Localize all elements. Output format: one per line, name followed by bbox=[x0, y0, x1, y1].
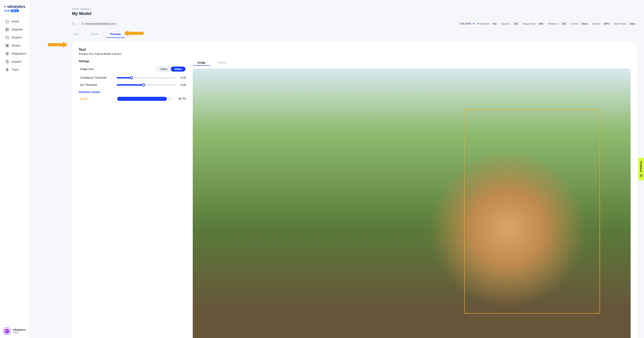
breadcrumb: Home > Models > bbox=[72, 8, 637, 10]
iou-label: IoU Threshold bbox=[79, 84, 114, 86]
user-icon bbox=[82, 22, 84, 25]
svg-point-6 bbox=[634, 12, 635, 13]
trash-icon bbox=[5, 68, 9, 72]
nav-label: Datasets bbox=[12, 28, 22, 31]
meta-row: developer@ultralytics.com YOLOv8n Pretra… bbox=[72, 22, 637, 26]
preview-image[interactable] bbox=[193, 69, 630, 338]
avatar bbox=[3, 327, 11, 335]
home-icon bbox=[5, 20, 9, 23]
conf-value: 0.25 bbox=[178, 76, 186, 79]
nav-support[interactable]: Support bbox=[0, 58, 29, 66]
hub-text: HUB bbox=[4, 10, 10, 12]
crumb-models[interactable]: Models bbox=[82, 8, 89, 10]
svg-point-8 bbox=[634, 13, 635, 14]
feedback-label: Feedback bbox=[640, 161, 642, 172]
main-content: Home > Models > My Model developer@ultra… bbox=[30, 0, 644, 338]
test-subtitle: Preview Your Trained Model in Action bbox=[79, 52, 630, 55]
svg-point-7 bbox=[634, 13, 635, 13]
page-title: My Model bbox=[72, 11, 92, 16]
owner-email: developer@ultralytics.com bbox=[85, 22, 116, 25]
iou-value: 0.45 bbox=[178, 84, 186, 86]
model-name: YOLOv8n bbox=[459, 22, 474, 25]
patience-label: Patience bbox=[548, 22, 558, 25]
imgsize-setting-label: Image Size bbox=[79, 68, 114, 71]
svg-point-17 bbox=[641, 176, 642, 176]
svg-point-5 bbox=[7, 62, 8, 62]
epochs-value: 100 bbox=[511, 22, 520, 26]
conf-label: Confidence Threshold bbox=[79, 76, 114, 79]
tab-charts[interactable]: Charts bbox=[90, 31, 99, 38]
sidebar-footer[interactable]: Ultralytics FREE bbox=[0, 327, 29, 335]
nav-label: Home bbox=[12, 20, 19, 23]
imgsize-opt-320[interactable]: 320px bbox=[157, 66, 171, 72]
model-tabs: Train Charts Preview bbox=[72, 31, 637, 38]
imgsize-label: Image Size bbox=[522, 22, 536, 25]
annotation-arrow-icon bbox=[48, 43, 67, 46]
nav-list: Home Datasets Projects Models Integratio… bbox=[0, 18, 29, 74]
tab-train[interactable]: Train bbox=[72, 31, 79, 38]
pretrained-value: Yes bbox=[490, 22, 499, 26]
svg-point-16 bbox=[641, 175, 642, 175]
batch-label: Batch Size bbox=[614, 22, 626, 25]
footer-plan: FREE bbox=[13, 331, 26, 334]
ultralytics-logo-icon bbox=[4, 5, 6, 9]
nav-label: Trash bbox=[12, 68, 19, 71]
svg-rect-9 bbox=[73, 24, 74, 24]
test-card: Test Preview Your Trained Model in Actio… bbox=[72, 42, 637, 338]
results-heading: Inference results bbox=[79, 90, 186, 94]
result-class: giraffe bbox=[79, 97, 114, 100]
nav-integrations[interactable]: Integrations bbox=[0, 50, 29, 58]
pretrained-label: Pretrained bbox=[477, 22, 489, 25]
cache-label: Cache bbox=[571, 22, 578, 25]
more-vertical-icon bbox=[634, 11, 635, 15]
command-icon bbox=[5, 44, 9, 48]
svg-point-3 bbox=[6, 29, 7, 30]
nav-models[interactable]: Models bbox=[0, 42, 29, 50]
result-score: 88.7% bbox=[176, 97, 186, 100]
iou-slider[interactable] bbox=[117, 84, 176, 86]
brand-text: ultralytics bbox=[8, 4, 25, 9]
logo: ultralytics HUB BETA bbox=[0, 4, 29, 12]
device-value: GPU bbox=[602, 22, 612, 26]
conf-slider[interactable] bbox=[117, 77, 176, 78]
nav-label: Models bbox=[12, 44, 20, 47]
device-label: Device bbox=[592, 22, 600, 25]
model-name-text: YOLOv8n bbox=[459, 22, 471, 25]
nav-datasets[interactable]: Datasets bbox=[0, 26, 29, 34]
svg-point-1 bbox=[5, 6, 6, 8]
help-icon bbox=[5, 60, 9, 64]
batch-value: Auto bbox=[628, 22, 637, 26]
imgsize-segmented: 320px 640px bbox=[156, 66, 186, 72]
detection-bbox bbox=[464, 110, 600, 314]
nav-projects[interactable]: Projects bbox=[0, 34, 29, 42]
footer-user: Ultralytics bbox=[13, 328, 26, 331]
epochs-label: Epochs bbox=[501, 22, 510, 25]
nav-label: Support bbox=[12, 60, 22, 63]
result-bar bbox=[117, 97, 173, 101]
owner-email-chip[interactable]: developer@ultralytics.com bbox=[78, 22, 118, 26]
nav-label: Projects bbox=[12, 36, 22, 39]
nav-label: Integrations bbox=[12, 52, 26, 55]
tab-image[interactable]: Image bbox=[197, 60, 206, 66]
more-menu-button[interactable] bbox=[632, 10, 637, 16]
nav-trash[interactable]: Trash bbox=[0, 66, 29, 74]
crumb-home[interactable]: Home bbox=[72, 8, 78, 10]
svg-point-10 bbox=[82, 23, 83, 24]
smile-icon bbox=[640, 174, 643, 177]
imgsize-opt-640[interactable]: 640px bbox=[171, 66, 185, 72]
svg-point-15 bbox=[640, 174, 642, 177]
image-icon bbox=[5, 28, 9, 31]
settings-heading: Settings bbox=[79, 60, 186, 63]
beta-badge: BETA bbox=[10, 10, 19, 12]
folder-icon bbox=[5, 36, 9, 39]
imgsize-value: 640 bbox=[537, 22, 545, 26]
sidebar: ultralytics HUB BETA Home Datasets Proje… bbox=[0, 0, 30, 338]
patience-value: 100 bbox=[559, 22, 568, 26]
tab-camera[interactable]: Camera bbox=[217, 60, 227, 66]
nav-home[interactable]: Home bbox=[0, 18, 29, 26]
lock-icon bbox=[72, 22, 75, 25]
feedback-tab[interactable]: Feedback bbox=[638, 158, 644, 180]
tab-preview[interactable]: Preview bbox=[110, 31, 121, 38]
test-title: Test bbox=[79, 48, 630, 52]
layers-icon bbox=[5, 52, 9, 56]
